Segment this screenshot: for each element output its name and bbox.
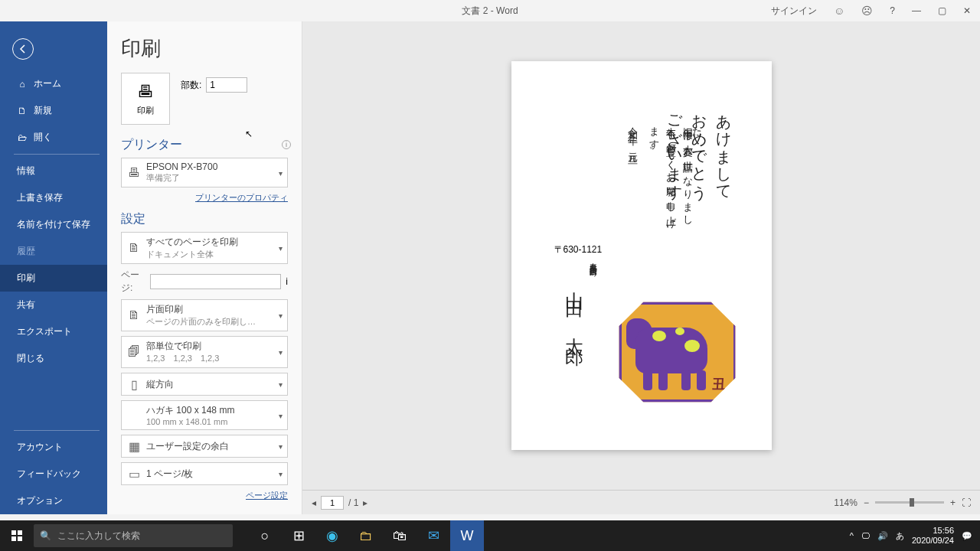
margins-icon: ▦ bbox=[126, 439, 142, 454]
print-button[interactable]: 🖶 印刷 bbox=[121, 73, 170, 125]
open-icon: 🗁 bbox=[17, 132, 28, 143]
back-button[interactable] bbox=[12, 38, 34, 60]
portrait-icon: ▯ bbox=[126, 377, 142, 392]
chevron-down-icon: ▾ bbox=[279, 442, 283, 451]
notifications-icon[interactable]: 💬 bbox=[962, 531, 972, 541]
duplex-dropdown[interactable]: 🗎 片面印刷 ページの片面のみを印刷し… ▾ bbox=[121, 299, 288, 331]
taskbar: 🔍 ここに入力して検索 ○ ⊞ ◉ 🗀 🛍 ✉ W ^ 🖵 🔊 あ 15:56 … bbox=[0, 520, 980, 551]
info-icon[interactable]: i bbox=[282, 140, 291, 149]
paper-size-dropdown[interactable]: ハガキ 100 x 148 mm 100 mm x 148.01 mm ▾ bbox=[121, 400, 288, 430]
printer-heading: プリンター i bbox=[121, 137, 288, 153]
sidebar-item-label: ホーム bbox=[34, 77, 61, 90]
ime-indicator[interactable]: あ bbox=[896, 530, 904, 542]
explorer-icon[interactable]: 🗀 bbox=[349, 520, 383, 551]
help-button[interactable]: ? bbox=[885, 4, 900, 18]
sidebar-item-options[interactable]: オプション bbox=[0, 487, 107, 514]
printer-dropdown[interactable]: 🖶 EPSON PX-B700 準備完了 ▾ bbox=[121, 158, 288, 187]
zoom-slider[interactable] bbox=[875, 501, 944, 504]
store-icon[interactable]: 🛍 bbox=[383, 520, 416, 551]
close-button[interactable]: ✕ bbox=[959, 4, 975, 18]
pages-input[interactable] bbox=[150, 274, 281, 289]
pages-per-sheet-dropdown[interactable]: ▭ 1 ページ/枚 ▾ bbox=[121, 462, 288, 485]
zodiac-kanji: 丑 bbox=[712, 375, 726, 393]
sidebar-item-new[interactable]: 🗋新規 bbox=[0, 97, 107, 124]
print-button-label: 印刷 bbox=[137, 105, 154, 116]
edge-icon[interactable]: ◉ bbox=[315, 520, 349, 551]
new-icon: 🗋 bbox=[17, 106, 28, 116]
sidebar-item-saveas[interactable]: 名前を付けて保存 bbox=[0, 211, 107, 238]
windows-icon bbox=[11, 530, 23, 542]
next-page-button[interactable]: ▸ bbox=[363, 497, 368, 508]
svg-rect-2 bbox=[11, 536, 16, 541]
sidebar-item-label: 上書き保存 bbox=[17, 191, 63, 204]
collate-dropdown[interactable]: 🗐 部単位で印刷 1,2,3 1,2,3 1,2,3 ▾ bbox=[121, 336, 288, 368]
total-pages: / 1 bbox=[348, 497, 358, 508]
volume-icon[interactable]: 🔊 bbox=[877, 531, 888, 541]
sidebar-item-save[interactable]: 上書き保存 bbox=[0, 184, 107, 211]
printer-ready-icon: 🖶 bbox=[126, 165, 142, 181]
info-icon[interactable]: i bbox=[286, 276, 288, 287]
sidebar-item-label: 情報 bbox=[17, 165, 35, 178]
signin-link[interactable]: サインイン bbox=[766, 3, 822, 19]
body-text-2b: ます。 bbox=[648, 119, 662, 157]
margins-dropdown[interactable]: ▦ ユーザー設定の余白 ▾ bbox=[121, 435, 288, 458]
start-button[interactable] bbox=[0, 520, 34, 551]
orientation-dropdown[interactable]: ▯ 縦方向 ▾ bbox=[121, 373, 288, 396]
prev-page-button[interactable]: ◂ bbox=[312, 497, 316, 508]
word-taskbar-icon[interactable]: W bbox=[450, 520, 484, 551]
sender-name: 山田 太郎 bbox=[562, 277, 586, 341]
sidebar-item-export[interactable]: エクスポート bbox=[0, 318, 107, 345]
zodiac-stamp: 丑 bbox=[617, 300, 738, 404]
maximize-button[interactable]: ▢ bbox=[933, 4, 951, 18]
zoom-in-button[interactable]: + bbox=[950, 497, 956, 508]
copies-input[interactable] bbox=[206, 77, 247, 93]
sidebar-item-open[interactable]: 🗁開く bbox=[0, 124, 107, 151]
zoom-out-button[interactable]: − bbox=[864, 497, 869, 508]
sidebar-item-feedback[interactable]: フィードバック bbox=[0, 461, 107, 487]
zoom-value: 114% bbox=[834, 497, 858, 508]
zoom-fit-button[interactable]: ⛶ bbox=[962, 497, 971, 508]
sidebar-item-info[interactable]: 情報 bbox=[0, 158, 107, 184]
page-title: 印刷 bbox=[121, 35, 288, 62]
sidebar-item-label: 共有 bbox=[17, 298, 35, 311]
taskview-icon[interactable]: ⊞ bbox=[282, 520, 315, 551]
current-page-input[interactable] bbox=[321, 496, 344, 510]
tray-chevron-icon[interactable]: ^ bbox=[850, 531, 854, 540]
svg-rect-1 bbox=[18, 530, 22, 535]
chevron-down-icon: ▾ bbox=[279, 311, 283, 320]
print-preview: あけまして おめでとう ございます 旧年中は大変お世話になりまし た。 本年も何… bbox=[302, 21, 980, 514]
sidebar-item-label: 開く bbox=[34, 131, 52, 144]
home-icon: ⌂ bbox=[17, 79, 28, 90]
sidebar-item-share[interactable]: 共有 bbox=[0, 292, 107, 318]
body-text-1b: た。 bbox=[691, 119, 704, 144]
sidebar-item-history[interactable]: 履歴 bbox=[0, 238, 107, 265]
sidebar-item-home[interactable]: ⌂ホーム bbox=[0, 70, 107, 97]
display-icon[interactable]: 🖵 bbox=[861, 531, 870, 540]
date-text: 令和三年 元旦 bbox=[626, 119, 640, 151]
taskbar-clock[interactable]: 15:56 2020/09/24 bbox=[912, 526, 954, 546]
postal-code: 〒630-1121 bbox=[554, 243, 603, 256]
page-setup-link[interactable]: ページ設定 bbox=[121, 490, 288, 501]
copies-label: 部数: bbox=[181, 79, 201, 92]
page-icon: 🗎 bbox=[126, 308, 142, 323]
clock-date: 2020/09/24 bbox=[912, 536, 954, 546]
minimize-button[interactable]: — bbox=[907, 4, 926, 18]
chevron-down-icon: ▾ bbox=[279, 168, 283, 177]
sidebar-item-close[interactable]: 閉じる bbox=[0, 345, 107, 372]
mail-icon[interactable]: ✉ bbox=[416, 520, 450, 551]
clock-time: 15:56 bbox=[912, 526, 954, 536]
window-title: 文書 2 - Word bbox=[462, 5, 518, 18]
pages-label: ページ: bbox=[121, 269, 145, 295]
cortana-icon[interactable]: ○ bbox=[248, 520, 282, 551]
settings-heading: 設定 bbox=[121, 211, 288, 227]
printer-icon: 🖶 bbox=[137, 82, 154, 102]
face-sad-icon[interactable]: ☹ bbox=[857, 3, 877, 18]
printer-properties-link[interactable]: プリンターのプロパティ bbox=[121, 192, 288, 204]
sidebar-item-account[interactable]: アカウント bbox=[0, 434, 107, 461]
face-happy-icon[interactable]: ☺ bbox=[829, 3, 849, 18]
sidebar-item-print[interactable]: 印刷 bbox=[0, 265, 107, 292]
taskbar-search[interactable]: 🔍 ここに入力して検索 bbox=[34, 524, 233, 547]
print-range-dropdown[interactable]: 🗎 すべてのページを印刷 ドキュメント全体 ▾ bbox=[121, 232, 288, 264]
printer-name: EPSON PX-B700 bbox=[146, 161, 270, 172]
chevron-down-icon: ▾ bbox=[279, 380, 283, 389]
